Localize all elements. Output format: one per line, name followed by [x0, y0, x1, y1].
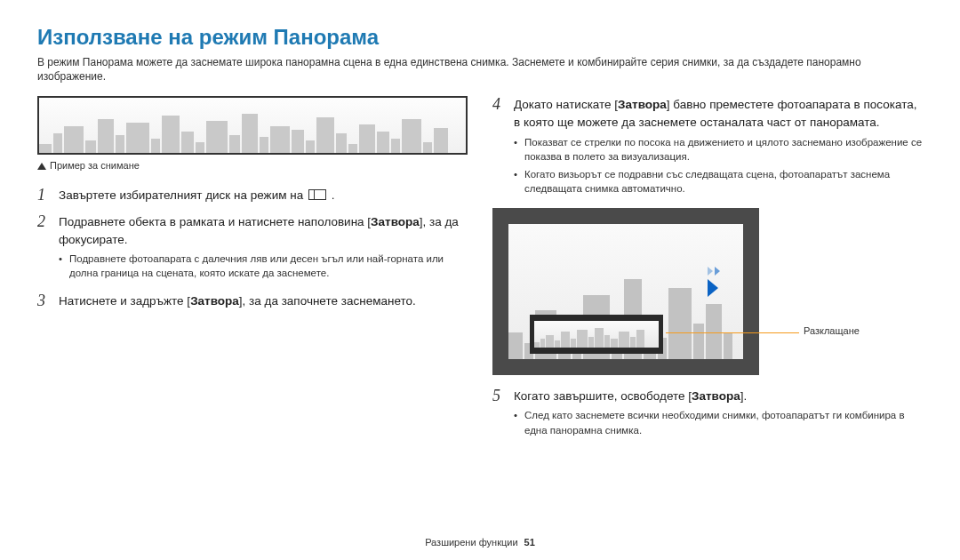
right-column: 4 Докато натискате [Затвора] бавно преме…	[492, 96, 923, 449]
page-footer: Разширени функции 51	[0, 537, 960, 548]
direction-arrow-icon	[709, 263, 731, 281]
preview-wrapper: Разклащане	[492, 208, 923, 375]
step-1-text: Завъртете избирателният диск на режим на…	[59, 187, 468, 204]
page-title: Използване на режим Панорама	[37, 25, 923, 50]
panorama-strip	[530, 315, 663, 354]
step-number: 2	[37, 213, 50, 284]
intro-paragraph: В режим Панорама можете да заснемате шир…	[37, 55, 923, 84]
example-caption: Пример за снимане	[37, 160, 468, 171]
left-column: Пример за снимане 1 Завъртете избирателн…	[37, 96, 468, 449]
panorama-mode-icon	[308, 189, 326, 200]
step-4-sub2: Когато визьорът се подравни със следваща…	[514, 167, 923, 196]
step-2-sub: Подравнете фотоапарата с далечния ляв ил…	[59, 252, 468, 280]
step-number: 5	[492, 388, 505, 441]
step-2-text: Подравнете обекта в рамката и натиснете …	[59, 215, 459, 246]
step-number: 1	[37, 187, 50, 204]
step-number: 4	[492, 96, 505, 199]
steps-right-top: 4 Докато натискате [Затвора] бавно преме…	[492, 96, 923, 199]
page-number: 51	[524, 537, 535, 548]
camera-preview	[492, 208, 759, 375]
callout-label: Разклащане	[804, 325, 860, 336]
step-5-text: Когато завършите, освободете [Затвора].	[514, 389, 747, 403]
step-4-sub1: Показват се стрелки по посока на движени…	[514, 135, 923, 164]
step-3-text: Натиснете и задръжте [Затвора], за да за…	[59, 292, 468, 310]
callout-line	[666, 332, 799, 333]
step-number: 3	[37, 292, 50, 310]
steps-right-bottom: 5 Когато завършите, освободете [Затвора]…	[492, 388, 923, 441]
triangle-up-icon	[37, 163, 46, 170]
panorama-example-image	[37, 96, 468, 155]
step-5-sub1: След като заснемете всички необходими сн…	[514, 408, 923, 436]
example-caption-text: Пример за снимане	[50, 160, 140, 171]
step-4-text: Докато натискате [Затвора] бавно премест…	[514, 98, 916, 129]
steps-left: 1 Завъртете избирателният диск на режим …	[37, 187, 468, 310]
footer-section: Разширени функции	[425, 537, 517, 548]
